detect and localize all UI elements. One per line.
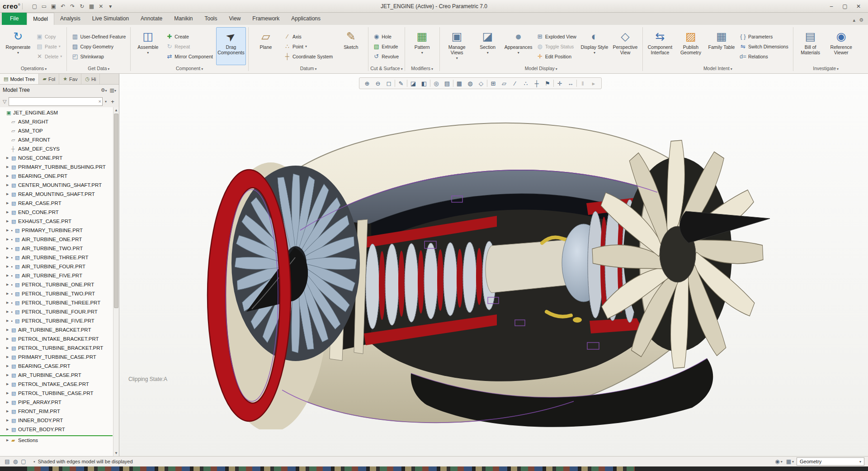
toolbar-item[interactable] [487,80,487,87]
selection-filter-dropdown[interactable]: Geometry ▾ [797,457,864,466]
toolbar-item[interactable] [430,80,430,87]
extrude-button[interactable]: ▧ Extrude [371,42,401,51]
ribbon-tab[interactable]: Applications [285,13,326,24]
enhanced-realism-icon[interactable]: ◍ [465,79,475,88]
tree-item[interactable]: NOSE_CONE.PRT [0,153,113,162]
copy-geometry-button[interactable]: ▨ Copy Geometry [69,42,128,51]
expand-arrow-icon[interactable] [6,192,11,196]
expand-arrow-icon[interactable] [6,256,11,259]
expand-arrow-icon[interactable] [6,174,11,178]
open-file-icon[interactable]: ▭ [39,2,48,11]
redo-icon[interactable]: ↷ [68,2,77,11]
view-manager-icon[interactable]: ▤ [442,79,452,88]
expand-arrow-icon[interactable] [6,346,11,350]
ribbon-tab[interactable]: Live Simulation [86,13,135,24]
drag-components-button[interactable]: ➤ Drag Components [216,27,246,65]
minimize-ribbon-icon[interactable]: ▴ [853,17,856,23]
gallery-icon[interactable]: ▦ [454,79,464,88]
model-tree-header-icon[interactable]: ⚙▾ [101,87,107,93]
tree-item[interactable]: INNER_BODY.PRT [0,416,113,425]
group-label-get-data[interactable]: Get Data▾ [67,66,130,73]
tree-item[interactable]: AIR_TURBINE_CASE.PRT [0,371,113,380]
tree-item[interactable]: ASM_DEF_CSYS [0,144,113,153]
expand-arrow-icon[interactable] [6,373,11,377]
tree-item[interactable]: ASM_FRONT [0,135,113,144]
status-tool[interactable]: ▦▾ [786,458,794,465]
expand-arrow-icon[interactable] [6,319,11,323]
expand-arrow-icon[interactable] [6,438,11,442]
expand-arrow-icon[interactable] [6,265,11,268]
expand-arrow-icon[interactable] [6,228,11,232]
expand-arrow-icon[interactable] [6,238,11,241]
plane-display-icon[interactable]: ▱ [499,79,509,88]
switch-dimensions-button[interactable]: ⇋ Switch Dimensions [737,42,791,51]
relations-button[interactable]: d= Relations [737,52,791,61]
tab-history[interactable]: ◷ Hi [81,74,100,84]
minimize-button[interactable]: – [825,2,838,11]
point-display-icon[interactable]: ∴ [521,79,531,88]
toolbar-item[interactable] [395,80,395,87]
point-button[interactable]: ∴ Point ▾ [282,42,335,51]
save-icon[interactable]: ▣ [49,2,58,11]
toolbar-item[interactable] [407,80,407,87]
component-interface-button[interactable]: ⇆ Component Interface [645,27,675,65]
scroll-down-icon[interactable]: ▼ [113,450,119,456]
group-label-investigate[interactable]: Investigate▾ [793,66,859,73]
graphics-viewport[interactable]: ⊕ ⊖ ◻ ✎ ◪ ◧ ◎ ▤ [119,74,868,456]
tree-item[interactable]: FRONT_RIM.PRT [0,407,113,416]
toolbar-item[interactable] [553,80,554,87]
toolbar-item[interactable] [453,80,453,87]
expand-arrow-icon[interactable] [6,382,11,386]
section-button[interactable]: ◪ Section ▾ [473,27,503,65]
sketch-button[interactable]: ✎ Sketch [336,27,366,65]
shrinkwrap-button[interactable]: ◰ Shrinkwrap [69,52,128,61]
expand-arrow-icon[interactable] [6,274,11,277]
tree-item[interactable]: OUTER_BODY.PRT [0,425,113,434]
tree-item[interactable]: CENTER_MOUNTING_SHAFT.PRT [0,181,113,190]
tab-folder-browser[interactable]: ▰ Fol [39,74,59,84]
appearances-button[interactable]: ● Appearances ▾ [504,27,533,65]
plane-button[interactable]: ▱ Plane [251,27,281,65]
tree-item[interactable]: AIR_TURBINE_FOUR.PRT [0,262,113,271]
expand-arrow-icon[interactable] [6,337,11,341]
tree-item[interactable]: BEARING_ONE.PRT [0,171,113,181]
pattern-button[interactable]: ▦ Pattern ▾ [407,27,437,65]
refit-icon[interactable]: ◻ [384,79,394,88]
jet-engine-model[interactable] [198,107,775,429]
tree-item[interactable]: PETROL_TURBINE_ONE.PRT [0,280,113,289]
mirror-component-button[interactable]: ⇄ Mirror Component [164,52,215,61]
spin-center-icon[interactable]: ✛ [555,79,565,88]
saved-orientations-icon[interactable]: ◎ [431,79,441,88]
tree-item[interactable]: AIR_TURBINE_ONE.PRT [0,235,113,244]
tree-item[interactable]: REAR_CASE.PRT [0,199,113,208]
display-style-icon[interactable]: ◧ [419,79,429,88]
manage-views-button[interactable]: ▣ Manage Views ▾ [442,27,472,65]
reference-viewer-button[interactable]: ◉ Reference Viewer [826,27,856,65]
window-icon[interactable]: ▦ [87,2,96,11]
tree-item[interactable]: PIPE_ARRAY.PRT [0,398,113,407]
zoom-in-icon[interactable]: ⊕ [362,79,372,88]
csys-display-icon[interactable]: ┼ [532,79,542,88]
axis-display-icon[interactable]: ∕ [510,79,520,88]
scrollbar-thumb[interactable] [114,114,118,308]
group-label-modifiers[interactable]: Modifiers▾ [405,66,439,73]
expand-arrow-icon[interactable] [6,247,11,250]
hole-button[interactable]: ◉ Hole [371,32,401,41]
filter-dropdown-icon[interactable]: ▾ [105,100,107,104]
new-file-icon[interactable]: ▢ [30,2,39,11]
model-tree-toggle-icon[interactable]: ▤ [4,458,11,465]
ribbon-tab[interactable]: Framework [246,13,285,24]
expand-arrow-icon[interactable] [6,355,11,359]
ribbon-tab[interactable]: Tools [199,13,223,24]
expand-arrow-icon[interactable] [6,310,11,314]
tree-item[interactable]: PETROL_INTAKE_BRACKET.PRT [0,334,113,343]
orient-mode-icon[interactable]: ↔ [566,79,576,88]
tree-scrollbar[interactable]: ▲ ▼ [113,107,119,456]
expand-arrow-icon[interactable] [6,165,11,169]
copy-button[interactable]: ▣ Copy [34,32,64,41]
repaint-icon[interactable]: ✎ [396,79,406,88]
delete-button[interactable]: ✕ Delete ▾ [34,52,64,61]
tree-item[interactable]: PRIMARY_TURBINE_CASE.PRT [0,352,113,362]
expand-arrow-icon[interactable] [6,301,11,304]
maximize-button[interactable]: ▢ [838,2,852,11]
